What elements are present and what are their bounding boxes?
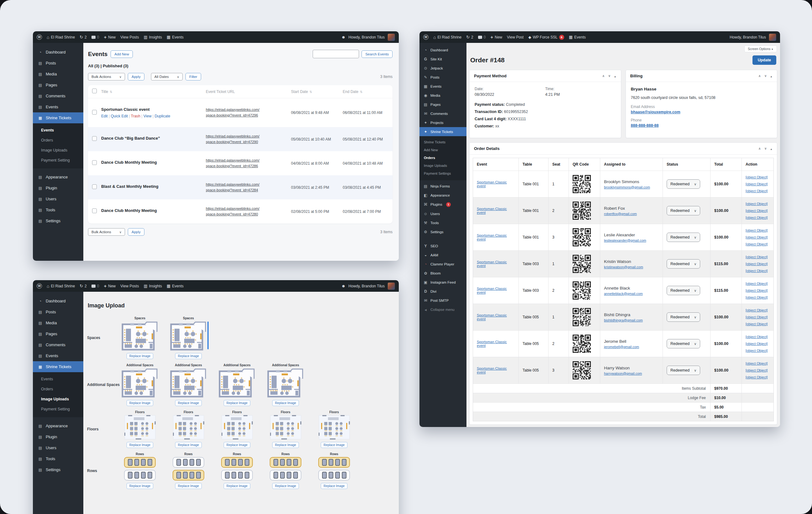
sidebar-item[interactable]: Media: [33, 68, 83, 80]
status-filter-links[interactable]: All (3) | Published (3): [88, 64, 393, 68]
screen-options-button[interactable]: Screen Options: [744, 46, 777, 52]
updates-menu[interactable]: 2: [80, 35, 87, 39]
comments-menu[interactable]: 0: [478, 35, 486, 39]
row-checkbox[interactable]: [92, 160, 97, 165]
event-title[interactable]: Blast & Cast Monthly Meeting: [101, 184, 206, 189]
sidebar-subitem[interactable]: Payment Setting: [33, 404, 83, 414]
assignee-email-link[interactable]: brooklynsimmons@gmail.com: [604, 185, 650, 189]
row-action-link[interactable]: [object Object]: [746, 267, 767, 274]
event-link[interactable]: Sportsman Classic event: [477, 287, 515, 294]
sidebar-subitem[interactable]: Image Uploads: [33, 394, 83, 404]
sidebar-item[interactable]: Settings: [419, 227, 466, 236]
comments-menu[interactable]: 0: [91, 35, 99, 39]
bulk-actions-select-bottom[interactable]: Bulk Actions: [88, 228, 125, 236]
status-select[interactable]: Redeemed: [667, 286, 700, 295]
sidebar-item[interactable]: Posts: [419, 72, 466, 82]
row-action-link[interactable]: Quick Edit: [111, 114, 130, 118]
replace-image-button[interactable]: Replace Image: [175, 353, 202, 359]
sidebar-subitem[interactable]: Events: [33, 125, 83, 135]
row-action-link[interactable]: Trash: [131, 114, 143, 118]
status-select[interactable]: Redeemed: [667, 339, 700, 349]
row-action-link[interactable]: [object Object]: [746, 367, 767, 374]
row-action-link[interactable]: Edit: [101, 114, 111, 118]
events-menu[interactable]: Events: [167, 35, 183, 39]
sidebar-subitem[interactable]: Events: [33, 374, 83, 384]
sidebar-item[interactable]: Plugin: [33, 182, 83, 193]
assignee-email-link[interactable]: lesliealexander@gmail.com: [604, 239, 646, 242]
toggle-panel-icon[interactable]: [614, 74, 616, 78]
event-link[interactable]: Sportsman Classic event: [477, 367, 515, 374]
wordpress-logo-icon[interactable]: [37, 283, 42, 289]
comments-menu[interactable]: 0: [91, 284, 99, 288]
select-all-checkbox[interactable]: [92, 89, 97, 93]
events-menu[interactable]: Events: [167, 284, 183, 288]
sidebar-item[interactable]: Users: [33, 442, 83, 453]
event-link[interactable]: Sportsman Classic event: [477, 234, 515, 241]
sidebar-item-shrine-tickets[interactable]: Shrine Tickets: [419, 127, 466, 136]
howdy-menu[interactable]: Howdy, Brandon Tilus: [348, 35, 385, 39]
status-select[interactable]: Redeemed: [667, 366, 700, 375]
search-input[interactable]: [313, 50, 359, 58]
replace-image-button[interactable]: Replace Image: [272, 483, 299, 489]
replace-image-button[interactable]: Replace Image: [126, 400, 153, 406]
sidebar-subitem[interactable]: Shrine Tickets: [419, 138, 466, 146]
row-checkbox[interactable]: [92, 184, 97, 189]
sidebar-item[interactable]: Media: [33, 318, 83, 328]
new-content-menu[interactable]: New: [104, 35, 116, 39]
sidebar-subitem[interactable]: Add New: [419, 146, 466, 154]
move-down-icon[interactable]: [608, 74, 611, 78]
sidebar-item[interactable]: Events: [419, 82, 466, 91]
add-new-button[interactable]: Add New: [111, 51, 133, 58]
replace-image-button[interactable]: Replace Image: [175, 483, 202, 489]
sidebar-item[interactable]: Comments: [33, 339, 83, 350]
sidebar-item-shrine-tickets[interactable]: Shrine Tickets: [33, 112, 83, 123]
sidebar-item[interactable]: Plugins1: [419, 200, 466, 209]
sidebar-item[interactable]: Site Kit: [419, 55, 466, 64]
apply-button[interactable]: Apply: [128, 73, 144, 81]
row-action-link[interactable]: [object Object]: [746, 181, 767, 187]
event-title[interactable]: Sportsman Classic event: [101, 107, 206, 112]
sidebar-item[interactable]: Settings: [33, 215, 83, 226]
sidebar-item[interactable]: Tools: [33, 204, 83, 215]
replace-image-button[interactable]: Replace Image: [224, 400, 250, 406]
replace-image-button[interactable]: Replace Image: [126, 442, 153, 448]
row-action-link[interactable]: [object Object]: [746, 360, 767, 367]
sidebar-item[interactable]: Posts: [33, 58, 83, 68]
row-action-link[interactable]: [object Object]: [746, 340, 767, 347]
sidebar-item[interactable]: Tools: [419, 218, 466, 227]
sidebar-subitem[interactable]: Image Uploads: [419, 161, 466, 169]
status-select[interactable]: Redeemed: [667, 233, 700, 242]
sidebar-item[interactable]: Events: [33, 101, 83, 112]
row-action-link[interactable]: [object Object]: [746, 294, 767, 301]
sidebar-subitem[interactable]: Orders: [33, 135, 83, 145]
insights-menu[interactable]: Insights: [143, 35, 162, 39]
howdy-menu[interactable]: Howdy, Brandon Tilus: [730, 35, 766, 39]
replace-image-button[interactable]: Replace Image: [272, 400, 299, 406]
event-ticket-url[interactable]: https://elriad.galaxyweblinks.com/space-…: [206, 206, 291, 217]
replace-image-button[interactable]: Replace Image: [175, 400, 202, 406]
sidebar-item[interactable]: Events: [33, 350, 83, 361]
replace-image-button[interactable]: Replace Image: [272, 442, 299, 448]
wp-force-ssl-menu[interactable]: WP Force SSL6: [528, 35, 564, 40]
row-action-link[interactable]: [object Object]: [746, 314, 767, 321]
move-down-icon[interactable]: [764, 147, 767, 151]
row-action-link[interactable]: [object Object]: [746, 261, 767, 267]
row-action-link[interactable]: [object Object]: [746, 333, 767, 340]
sidebar-item[interactable]: Users: [33, 193, 83, 204]
replace-image-button[interactable]: Replace Image: [224, 483, 250, 489]
sidebar-item[interactable]: Tools: [33, 453, 83, 464]
assignee-email-link[interactable]: bishtidhingra@gmail.com: [604, 319, 643, 322]
row-action-link[interactable]: View: [143, 114, 155, 118]
all-dates-select[interactable]: All Dates: [151, 73, 183, 81]
site-name-menu[interactable]: El Riad Shrine: [47, 35, 75, 39]
row-action-link[interactable]: [object Object]: [746, 207, 767, 214]
status-select[interactable]: Redeemed: [667, 179, 700, 189]
sidebar-item[interactable]: Media: [419, 91, 466, 100]
event-link[interactable]: Sportsman Classic event: [477, 180, 515, 188]
sidebar-item[interactable]: Bloom: [419, 269, 466, 278]
column-start-date[interactable]: Start Date: [291, 90, 343, 94]
replace-image-button[interactable]: Replace Image: [224, 442, 250, 448]
event-ticket-url[interactable]: https://elriad.galaxyweblinks.com/space-…: [206, 182, 291, 193]
move-down-icon[interactable]: [764, 74, 767, 78]
assignee-email-link[interactable]: robertfox@gmail.com: [604, 212, 637, 216]
